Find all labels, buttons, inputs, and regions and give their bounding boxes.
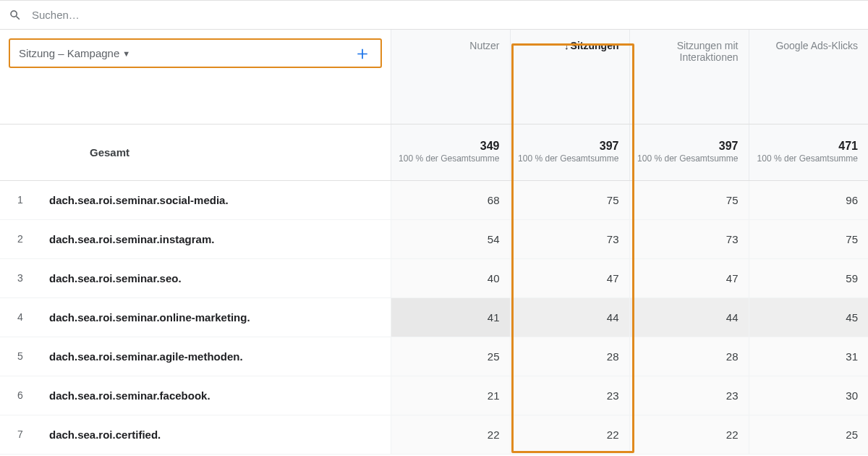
sort-desc-icon: ↓: [564, 41, 569, 51]
campaign-name[interactable]: dach.sea.roi.seminar.online-marketing.: [41, 297, 391, 337]
campaign-name[interactable]: dach.sea.roi.certified.: [41, 415, 391, 454]
column-header-ads-klicks[interactable]: Google Ads-Klicks: [749, 30, 868, 124]
row-index: 4: [0, 297, 41, 337]
row-index: 6: [0, 376, 41, 415]
metric-cell: 59: [749, 258, 868, 297]
dimension-label: Sitzung – Kampagne: [19, 47, 119, 59]
totals-label: Gesamt: [41, 124, 391, 180]
row-index: 7: [0, 415, 41, 454]
search-icon: [9, 9, 22, 22]
metric-cell: 22: [629, 415, 749, 454]
metric-cell: 40: [391, 258, 510, 297]
metric-cell: 22: [391, 415, 510, 454]
table-row[interactable]: 7dach.sea.roi.certified.22222225: [0, 415, 868, 454]
metric-cell: 22: [510, 415, 629, 454]
metric-cell: 23: [629, 376, 749, 415]
campaign-name[interactable]: dach.sea.roi.seminar.agile-methoden.: [41, 337, 391, 376]
metric-cell: 73: [510, 219, 629, 258]
metric-cell: 41: [391, 297, 510, 337]
totals-interaktionen: 397 100 % der Gesamtsumme: [629, 124, 749, 180]
metric-cell: 75: [749, 219, 868, 258]
metric-cell: 28: [510, 337, 629, 376]
metric-cell: 21: [391, 376, 510, 415]
table-row[interactable]: 2dach.sea.roi.seminar.instagram.54737375: [0, 219, 868, 258]
metric-cell: 54: [391, 219, 510, 258]
metric-cell: 45: [749, 297, 868, 337]
table-row[interactable]: 3dach.sea.roi.seminar.seo.40474759: [0, 258, 868, 297]
metric-cell: 25: [749, 415, 868, 454]
metric-cell: 75: [510, 180, 629, 219]
row-index: 2: [0, 219, 41, 258]
totals-sitzungen: 397 100 % der Gesamtsumme: [510, 124, 629, 180]
metric-cell: 28: [629, 337, 749, 376]
chevron-down-icon: ▼: [122, 49, 130, 58]
metric-cell: 30: [749, 376, 868, 415]
row-index: 5: [0, 337, 41, 376]
column-header-nutzer[interactable]: Nutzer: [391, 30, 510, 124]
table-row[interactable]: 1dach.sea.roi.seminar.social-media.68757…: [0, 180, 868, 219]
metric-cell: 25: [391, 337, 510, 376]
totals-nutzer: 349 100 % der Gesamtsumme: [391, 124, 510, 180]
metric-cell: 47: [629, 258, 749, 297]
metric-cell: 44: [629, 297, 749, 337]
campaign-name[interactable]: dach.sea.roi.seminar.seo.: [41, 258, 391, 297]
metric-cell: 23: [510, 376, 629, 415]
table-row[interactable]: 6dach.sea.roi.seminar.facebook.21232330: [0, 376, 868, 415]
search-input[interactable]: [30, 8, 859, 22]
table-row[interactable]: 4dach.sea.roi.seminar.online-marketing.4…: [0, 297, 868, 337]
metric-cell: 73: [629, 219, 749, 258]
column-header-interaktionen[interactable]: Sitzungen mit Interaktionen: [629, 30, 749, 124]
campaign-name[interactable]: dach.sea.roi.seminar.social-media.: [41, 180, 391, 219]
metric-cell: 68: [391, 180, 510, 219]
column-header-sitzungen[interactable]: ↓Sitzungen: [510, 30, 629, 124]
metric-cell: 75: [629, 180, 749, 219]
table-row[interactable]: 5dach.sea.roi.seminar.agile-methoden.252…: [0, 337, 868, 376]
campaign-name[interactable]: dach.sea.roi.seminar.instagram.: [41, 219, 391, 258]
add-dimension-icon[interactable]: ＋: [353, 48, 372, 59]
dimension-selector[interactable]: Sitzung – Kampagne ▼ ＋: [9, 38, 382, 68]
campaign-name[interactable]: dach.sea.roi.seminar.facebook.: [41, 376, 391, 415]
metric-cell: 44: [510, 297, 629, 337]
metric-cell: 47: [510, 258, 629, 297]
row-index: 1: [0, 180, 41, 219]
metric-cell: 96: [749, 180, 868, 219]
search-bar[interactable]: [0, 1, 868, 30]
metric-cell: 31: [749, 337, 868, 376]
row-index: 3: [0, 258, 41, 297]
totals-ads-klicks: 471 100 % der Gesamtsumme: [749, 124, 868, 180]
